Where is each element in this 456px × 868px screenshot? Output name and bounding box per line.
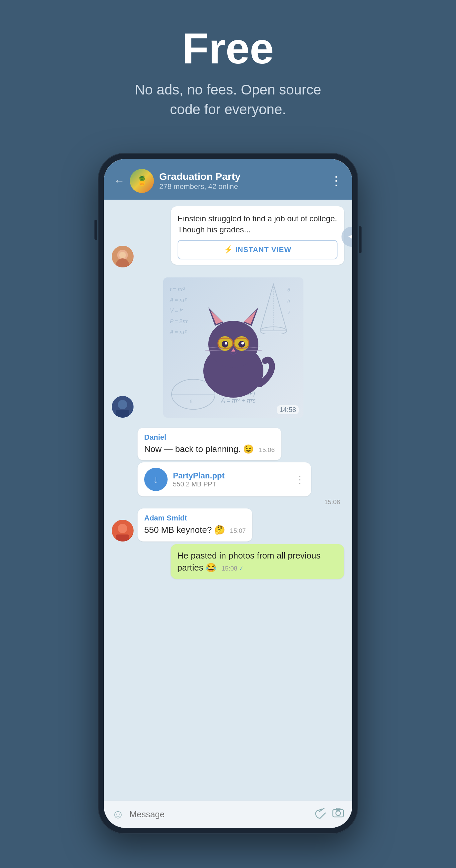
- lightning-icon: ⚡: [224, 245, 233, 254]
- svg-point-5: [118, 400, 127, 409]
- svg-point-22: [238, 341, 245, 347]
- file-info: PartyPlan.ppt 550.2 MB PPT: [173, 471, 290, 488]
- outgoing-message-row: He pasted in photos from all previous pa…: [112, 544, 344, 579]
- adam-message-row: Adam Smidt 550 MB keynote? 🤔 15:07: [112, 508, 344, 541]
- camera-button[interactable]: [332, 807, 344, 822]
- chat-input-bar: ☺: [104, 801, 352, 828]
- math-formulas: t = πr² A = πr² V = l² P = 2πr A = πr²: [170, 284, 188, 338]
- chat-header: ← 🍍 Graduation Party 278 members, 42 onl…: [104, 159, 352, 199]
- svg-point-24: [241, 342, 244, 344]
- article-sender-avatar: [112, 246, 133, 268]
- outgoing-time: 15:08: [222, 565, 238, 572]
- more-options-button[interactable]: ⋮: [330, 174, 342, 188]
- daniel-message-row: Daniel Now — back to planning. 😉 15:06: [112, 428, 344, 460]
- daniel-text: Now — back to planning. 😉 15:06: [144, 443, 275, 455]
- adam-message: Adam Smidt 550 MB keynote? 🤔 15:07: [138, 508, 252, 541]
- checkmark-icon: ✓: [239, 565, 244, 572]
- instant-view-button[interactable]: ⚡ INSTANT VIEW: [178, 240, 337, 259]
- svg-point-14: [208, 321, 259, 368]
- phone-outer: ← 🍍 Graduation Party 278 members, 42 onl…: [98, 153, 358, 834]
- hero-section: Free No ads, no fees. Open sourcecode fo…: [0, 0, 456, 140]
- daniel-name: Daniel: [144, 433, 275, 442]
- adam-avatar: [112, 520, 133, 541]
- svg-point-21: [222, 341, 228, 347]
- instant-view-label: INSTANT VIEW: [235, 245, 292, 254]
- article-message-container: Einstein struggled to find a job out of …: [138, 206, 344, 268]
- group-avatar: 🍍: [130, 169, 154, 193]
- file-message: ↓ PartyPlan.ppt 550.2 MB PPT ⋮: [138, 462, 311, 496]
- daniel-time: 15:06: [259, 446, 275, 453]
- svg-point-3: [119, 252, 126, 258]
- file-name: PartyPlan.ppt: [173, 471, 290, 480]
- emoji-button[interactable]: ☺: [112, 807, 124, 821]
- sticker-background: t = πr² A = πr² V = l² P = 2πr A = πr² θ…: [163, 277, 303, 417]
- chat-app: ← 🍍 Graduation Party 278 members, 42 onl…: [104, 159, 352, 828]
- outgoing-text: He pasted in photos from all previous pa…: [177, 550, 337, 574]
- avatar-image: 🍍: [130, 169, 154, 193]
- hero-title: Free: [13, 27, 443, 70]
- group-info: Graduation Party 278 members, 42 online: [159, 171, 325, 191]
- adam-time: 15:07: [230, 527, 246, 534]
- svg-point-23: [225, 342, 227, 344]
- file-more-button[interactable]: ⋮: [295, 474, 304, 485]
- article-content: Einstein struggled to find a job out of …: [171, 206, 344, 265]
- sticker-time: 14:58: [277, 405, 299, 414]
- sticker-container: t = πr² A = πr² V = l² P = 2πr A = πr² θ…: [163, 277, 303, 417]
- adam-name: Adam Smidt: [144, 514, 246, 523]
- daniel-message: Daniel Now — back to planning. 😉 15:06: [138, 428, 281, 460]
- adam-text: 550 MB keynote? 🤔 15:07: [144, 524, 246, 536]
- phone-inner: ← 🍍 Graduation Party 278 members, 42 onl…: [104, 159, 352, 828]
- group-name: Graduation Party: [159, 171, 325, 182]
- message-input[interactable]: [129, 809, 309, 819]
- file-size: 550.2 MB PPT: [173, 480, 290, 488]
- article-message-row: Einstein struggled to find a job out of …: [112, 206, 344, 268]
- chat-body: Einstein struggled to find a job out of …: [104, 199, 352, 801]
- sticker-area: t = πr² A = πr² V = l² P = 2πr A = πr² θ…: [112, 277, 344, 417]
- file-message-wrapper: ↓ PartyPlan.ppt 550.2 MB PPT ⋮ 15:06: [112, 462, 344, 506]
- attach-button[interactable]: [315, 807, 327, 822]
- article-text: Einstein struggled to find a job out of …: [178, 213, 337, 235]
- back-button[interactable]: ←: [114, 175, 124, 187]
- phone-wrapper: ← 🍍 Graduation Party 278 members, 42 onl…: [98, 153, 358, 834]
- sticker-sender-avatar: [112, 396, 133, 417]
- svg-rect-35: [116, 534, 129, 541]
- hero-subtitle: No ads, no fees. Open sourcecode for eve…: [13, 80, 443, 120]
- cat-sticker-svg: [187, 294, 280, 401]
- article-message: Einstein struggled to find a job out of …: [171, 206, 344, 265]
- svg-rect-6: [116, 410, 129, 417]
- group-members: 278 members, 42 online: [159, 182, 325, 191]
- file-time: 15:06: [138, 498, 344, 506]
- svg-point-34: [118, 524, 127, 533]
- sticker-avatar-space: [112, 396, 133, 417]
- download-button[interactable]: ↓: [144, 468, 168, 491]
- svg-point-37: [336, 811, 340, 815]
- outgoing-message: He pasted in photos from all previous pa…: [171, 544, 344, 579]
